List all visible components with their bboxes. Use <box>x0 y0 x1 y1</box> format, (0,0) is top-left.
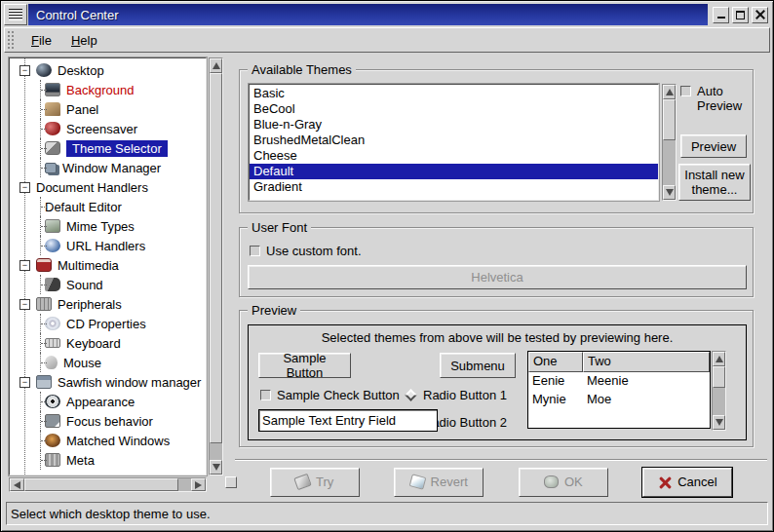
sample-button[interactable]: Sample Button <box>258 353 351 378</box>
table-row[interactable]: Eenie Meenie <box>528 372 710 391</box>
radio-button-1[interactable]: Radio Button 1 <box>405 388 507 402</box>
cancel-x-icon <box>658 475 672 489</box>
sidebar-item-sawfish[interactable]: Sawfish window manager <box>10 372 206 392</box>
theme-list-item[interactable]: Blue-n-Gray <box>250 117 658 133</box>
sidebar-item-appearance[interactable]: Appearance <box>10 392 206 411</box>
user-font-frame: User Font Use custom font. Helvetica <box>239 227 754 297</box>
tree-horizontal-scrollbar[interactable] <box>9 477 207 492</box>
scroll-right-icon[interactable] <box>191 478 206 491</box>
maximize-icon <box>736 11 745 19</box>
theme-list-item[interactable]: Basic <box>250 86 658 101</box>
theme-list-item[interactable]: Cheese <box>250 148 658 164</box>
window-title: Control Center <box>36 8 119 22</box>
tree-expander-icon[interactable] <box>19 182 30 193</box>
table-header-one[interactable]: One <box>528 352 583 372</box>
desktop-icon <box>36 63 52 77</box>
menubar: File Help <box>4 27 770 53</box>
preview-area: Selected themes from above will be teste… <box>248 324 747 440</box>
sidebar-item-mouse[interactable]: Mouse <box>10 353 206 372</box>
minimize-icon <box>717 12 725 19</box>
sidebar-item-background[interactable]: Background <box>10 80 206 99</box>
sample-text-entry[interactable] <box>258 409 438 432</box>
sidebar-item-matched-windows[interactable]: Matched Windows <box>10 431 206 450</box>
theme-list-item-selected[interactable]: Default <box>250 164 658 179</box>
table-header-two[interactable]: Two <box>583 352 710 372</box>
sample-check-label: Sample Check Button <box>277 388 400 402</box>
scroll-down-icon[interactable] <box>210 460 222 475</box>
cancel-button[interactable]: Cancel <box>642 468 732 497</box>
background-icon <box>45 83 60 96</box>
sawfish-icon <box>36 375 52 389</box>
sidebar-item-panel[interactable]: Panel <box>10 99 206 119</box>
sidebar-item-multimedia[interactable]: Multimedia <box>10 255 206 275</box>
minimize-button[interactable] <box>713 7 729 23</box>
sidebar-item-focus-behavior[interactable]: Focus behavior <box>10 411 206 431</box>
checkbox-icon[interactable] <box>680 86 691 96</box>
window-menu-button[interactable] <box>4 4 27 25</box>
use-custom-font-checkbox[interactable]: Use custom font. <box>250 244 362 258</box>
menu-help[interactable]: Help <box>61 30 107 51</box>
scroll-up-icon[interactable] <box>713 352 725 366</box>
checkbox-icon[interactable] <box>250 246 260 256</box>
scroll-down-icon[interactable] <box>713 415 725 430</box>
statusbar: Select which desktop theme to use. <box>6 502 768 525</box>
preview-button[interactable]: Preview <box>680 134 747 158</box>
user-font-label: User Font <box>248 220 311 235</box>
tree-vertical-scrollbar[interactable] <box>209 57 223 475</box>
install-new-theme-button[interactable]: Install new theme... <box>678 164 751 201</box>
tree-vscroll-thumb[interactable] <box>210 73 222 443</box>
theme-list-item[interactable]: BrushedMetalClean <box>250 133 658 148</box>
ok-icon <box>544 475 559 488</box>
theme-list-scrollbar[interactable] <box>662 84 677 201</box>
screensaver-icon <box>45 122 60 135</box>
maximize-button[interactable] <box>732 7 749 23</box>
tree-expander-icon[interactable] <box>19 65 30 76</box>
theme-list-item[interactable]: BeCool <box>250 101 658 117</box>
sidebar-item-url-handlers[interactable]: URL Handlers <box>10 236 206 255</box>
titlebar[interactable]: Control Center <box>4 4 770 25</box>
matched-windows-icon <box>45 434 60 447</box>
scroll-left-icon[interactable] <box>10 478 24 491</box>
radio-icon[interactable] <box>405 389 417 401</box>
tree-expander-icon[interactable] <box>19 299 30 310</box>
scroll-up-icon[interactable] <box>210 58 222 73</box>
tree-hscroll-thumb[interactable] <box>24 478 178 491</box>
focus-behavior-icon <box>45 414 60 428</box>
theme-list[interactable]: Basic BeCool Blue-n-Gray BrushedMetalCle… <box>249 84 659 201</box>
sidebar-item-screensaver[interactable]: Screensaver <box>10 119 206 138</box>
sidebar-item-mime-types[interactable]: Mime Types <box>10 216 206 236</box>
submenu-button[interactable]: Submenu <box>440 353 516 378</box>
keyboard-icon <box>45 338 60 348</box>
table-row[interactable]: Mynie Moe <box>528 391 710 409</box>
ok-button: OK <box>519 468 608 497</box>
meta-icon <box>45 453 60 467</box>
sidebar-item-peripherals[interactable]: Peripherals <box>10 294 206 314</box>
try-button: Try <box>270 468 360 497</box>
menubar-drag-grip[interactable] <box>7 30 16 50</box>
sidebar-item-document-handlers[interactable]: Document Handlers <box>10 177 206 197</box>
sample-table-scrollbar[interactable] <box>712 351 726 431</box>
sidebar-item-meta[interactable]: Meta <box>10 450 206 470</box>
control-center-window: Control Center File Help Desktop Backgro… <box>0 0 774 532</box>
sidebar-item-keyboard[interactable]: Keyboard <box>10 333 206 353</box>
close-button[interactable] <box>752 7 768 23</box>
sidebar-item-cd-properties[interactable]: CD Properties <box>10 314 206 333</box>
table-scroll-thumb[interactable] <box>713 366 725 388</box>
theme-list-scroll-thumb[interactable] <box>663 99 676 140</box>
sidebar-item-sound[interactable]: Sound <box>10 275 206 294</box>
scroll-down-icon[interactable] <box>663 185 676 200</box>
mime-types-icon <box>45 219 60 233</box>
tree-expander-icon[interactable] <box>19 377 30 388</box>
scroll-up-icon[interactable] <box>663 85 676 99</box>
revert-button: Revert <box>394 468 484 497</box>
sidebar-item-theme-selector[interactable]: Theme Selector <box>10 138 206 158</box>
checkbox-icon[interactable] <box>260 390 271 400</box>
tree-expander-icon[interactable] <box>19 260 30 271</box>
auto-preview-checkbox[interactable]: Auto Preview <box>680 84 751 113</box>
sample-check-button[interactable]: Sample Check Button <box>260 388 400 402</box>
menu-file[interactable]: File <box>21 30 61 51</box>
sidebar-item-window-manager[interactable]: Window Manager <box>10 158 206 177</box>
sidebar-item-desktop[interactable]: Desktop <box>10 60 206 80</box>
theme-list-item[interactable]: Gradient <box>250 179 658 195</box>
sidebar-item-default-editor[interactable]: Default Editor <box>10 197 206 216</box>
